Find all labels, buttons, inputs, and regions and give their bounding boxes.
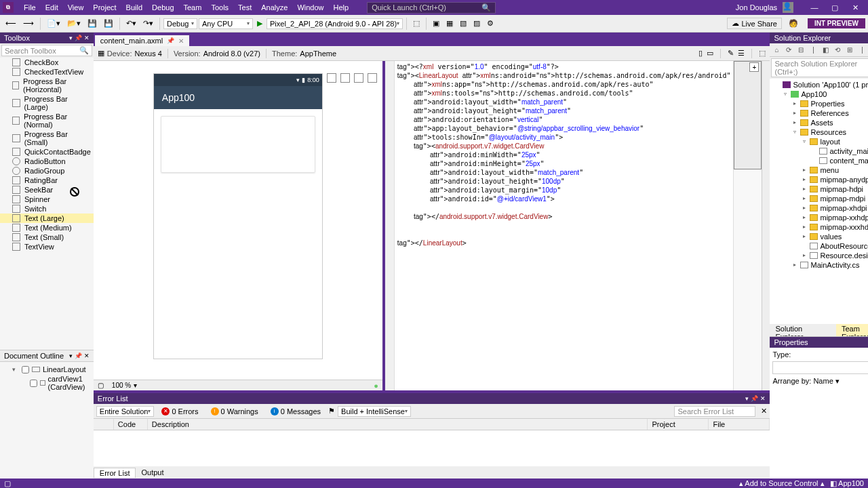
toolbox-item[interactable]: SeekBar <box>0 185 94 195</box>
tool-icon[interactable]: ▨ <box>471 18 483 29</box>
solution-node[interactable]: ▸Properties <box>771 99 868 108</box>
zoom-dropdown-icon[interactable]: ▾ <box>134 382 137 389</box>
scope-dropdown[interactable]: Entire Solution▾ <box>96 406 155 417</box>
tab-output[interactable]: Output <box>136 468 169 477</box>
toolbox-item[interactable]: Text (Large) <box>0 214 94 223</box>
toolbox-item[interactable]: Text (Medium) <box>0 223 94 232</box>
config-dropdown[interactable]: Debug▾ <box>163 18 197 29</box>
solution-node[interactable]: ▿Resources <box>771 127 868 137</box>
pin-icon[interactable]: 📌 <box>167 37 174 44</box>
menu-test[interactable]: Test <box>233 2 256 13</box>
close-icon[interactable]: ✕ <box>761 407 767 415</box>
zoom-icon[interactable]: ▢ <box>98 382 104 389</box>
solution-node[interactable]: ▸menu <box>771 165 868 175</box>
toolbox-item[interactable]: Progress Bar (Horizontal) <box>0 77 94 94</box>
close-icon[interactable]: ✕ <box>84 352 90 359</box>
add-split-icon[interactable]: + <box>749 62 759 72</box>
solution-node[interactable]: ▸mipmap-mdpi <box>771 194 868 203</box>
solution-node[interactable]: ▸mipmap-xxhdpi <box>771 213 868 222</box>
toolbox-item[interactable]: QuickContactBadge <box>0 147 94 157</box>
tool-icon[interactable]: ▣ <box>430 18 442 29</box>
tab-solution-explorer[interactable]: Solution Explorer <box>770 324 835 336</box>
nav-fwd-button[interactable]: ⟶ <box>20 18 37 29</box>
solution-node[interactable]: AboutResources.txt <box>771 241 868 251</box>
tab-team-explorer[interactable]: Team Explorer <box>836 324 868 336</box>
avatar-icon[interactable]: 👤 <box>783 2 793 13</box>
panel-icon[interactable]: ☰ <box>738 49 745 58</box>
menu-edit[interactable]: Edit <box>41 2 63 13</box>
tool-icon[interactable] <box>327 73 336 83</box>
tool-icon[interactable]: ⬚ <box>410 18 422 29</box>
platform-dropdown[interactable]: Any CPU▾ <box>199 18 253 29</box>
tab-error-list[interactable]: Error List <box>94 468 136 478</box>
solution-node[interactable]: Solution 'App100' (1 project) <box>771 80 868 89</box>
tool-icon[interactable]: ⊞ <box>844 45 855 56</box>
col-code[interactable]: Code <box>114 419 148 430</box>
edit-icon[interactable]: ✎ <box>728 49 734 58</box>
dropdown-icon[interactable]: ▾ <box>69 352 73 359</box>
solution-node[interactable]: ▸mipmap-xhdpi <box>771 203 868 213</box>
project-name[interactable]: ◧ App100 <box>830 479 864 488</box>
doc-outline-tree[interactable]: ▾LinearLayoutcardView1 (CardView) <box>0 362 94 394</box>
menu-team[interactable]: Team <box>179 2 207 13</box>
error-table[interactable]: Code Description Project File <box>94 419 770 466</box>
toolbox-search-input[interactable]: Search Toolbox🔍 <box>1 45 92 56</box>
outline-node[interactable]: ▾LinearLayout <box>3 365 91 374</box>
pin-icon[interactable]: 📌 <box>75 352 82 359</box>
start-button[interactable]: ▶ <box>254 18 265 29</box>
code-editor[interactable]: tag"><?xml version="1.0" encoding="utf-8… <box>385 61 762 390</box>
tool-icon[interactable]: ▧ <box>457 18 469 29</box>
live-share-button[interactable]: ☁Live Share <box>727 18 782 29</box>
toolbox-item[interactable]: Progress Bar (Small) <box>0 129 94 147</box>
refresh-icon[interactable]: ⟳ <box>783 45 794 56</box>
build-filter-dropdown[interactable]: Build + IntelliSense▾ <box>338 406 411 417</box>
user-name[interactable]: Jon Douglas <box>736 3 777 12</box>
col-project[interactable]: Project <box>648 419 709 430</box>
design-canvas[interactable]: ▾ ▮ 8:00 App100 ▢ 100 %▾ ● <box>94 61 385 390</box>
tool-icon[interactable]: ⚙ <box>484 18 496 29</box>
code-minimap[interactable] <box>733 61 762 390</box>
landscape-icon[interactable]: ▭ <box>707 49 713 58</box>
device-dropdown[interactable]: Nexus 4 <box>135 49 162 58</box>
solution-tree[interactable]: Solution 'App100' (1 project)▿App100▸Pro… <box>770 79 868 324</box>
toolbox-item[interactable]: RatingBar <box>0 176 94 185</box>
errors-filter[interactable]: ✕0 Errors <box>157 406 203 417</box>
col-file[interactable]: File <box>709 419 770 430</box>
theme-dropdown[interactable]: AppTheme <box>300 49 336 58</box>
col-description[interactable]: Description <box>148 419 648 430</box>
solution-node[interactable]: ▸Assets <box>771 118 868 127</box>
save-all-button[interactable]: 💾 <box>101 18 116 29</box>
tool-icon[interactable]: ◧ <box>820 45 831 56</box>
cardview-preview[interactable] <box>161 116 315 173</box>
save-button[interactable]: 💾 <box>85 18 100 29</box>
tool-icon[interactable] <box>354 73 363 83</box>
home-icon[interactable]: ⌂ <box>771 45 782 56</box>
menu-project[interactable]: Project <box>88 2 121 13</box>
solution-node[interactable]: ▸mipmap-hdpi <box>771 184 868 194</box>
dropdown-icon[interactable]: ▾ <box>745 395 749 402</box>
file-tab[interactable]: content_main.axml 📌 ✕ <box>95 35 189 46</box>
menu-view[interactable]: View <box>63 2 89 13</box>
menu-build[interactable]: Build <box>121 2 147 13</box>
toolbox-item[interactable]: CheckedTextView <box>0 67 94 77</box>
tool-icon[interactable] <box>368 73 377 83</box>
minimize-button[interactable]: — <box>804 1 825 14</box>
toolbox-list[interactable]: CheckBoxCheckedTextViewProgress Bar (Hor… <box>0 58 94 350</box>
solution-node[interactable]: activity_main.axml <box>771 146 868 156</box>
close-icon[interactable]: ✕ <box>84 35 90 41</box>
solution-node[interactable]: ▸mipmap-xxxhdpi <box>771 222 868 232</box>
arrange-dropdown[interactable]: Arrange by: Name ▾ <box>772 377 868 386</box>
undo-button[interactable]: ↶▾ <box>123 18 139 29</box>
warnings-filter[interactable]: !0 Warnings <box>206 406 263 417</box>
menu-window[interactable]: Window <box>292 2 328 13</box>
toolbox-item[interactable]: Switch <box>0 204 94 214</box>
solution-node[interactable]: ▸values <box>771 232 868 241</box>
pin-icon[interactable]: 📌 <box>751 395 758 402</box>
close-icon[interactable]: ✕ <box>760 395 766 402</box>
solution-node[interactable]: ▸References <box>771 108 868 118</box>
tool-icon[interactable]: ⬚ <box>759 49 766 58</box>
toolbox-item[interactable]: Progress Bar (Normal) <box>0 112 94 129</box>
properties-search[interactable]: 🔍 <box>772 361 868 374</box>
error-search-input[interactable]: Search Error List <box>674 406 755 417</box>
portrait-icon[interactable]: ▯ <box>698 49 703 58</box>
